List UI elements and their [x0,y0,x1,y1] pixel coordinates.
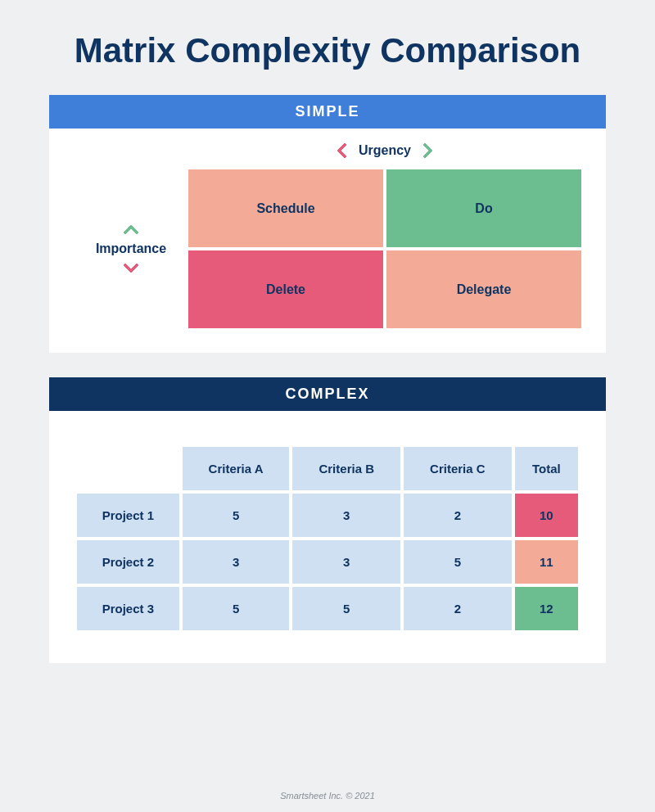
quadrant-do: Do [386,169,581,247]
row-label: Project 1 [77,494,179,537]
col-criteria-c: Criteria C [404,447,512,490]
cell-total: 10 [515,494,578,537]
cell-total: 11 [515,540,578,584]
row-label: Project 2 [77,540,179,584]
simple-panel: SIMPLE Urgency Importance Schedule Do De… [49,95,606,353]
cell-value: 5 [404,540,512,584]
quadrant-delegate: Delegate [386,250,581,328]
urgency-label: Urgency [359,143,411,158]
cell-value: 3 [183,540,290,584]
importance-axis: Importance [74,169,188,328]
quadrant-delete: Delete [188,250,383,328]
complex-table: Criteria A Criteria B Criteria C Total P… [74,444,581,634]
col-criteria-b: Criteria B [292,447,400,490]
cell-value: 5 [292,587,400,630]
cell-value: 3 [292,540,400,584]
quadrant-schedule: Schedule [188,169,383,247]
cell-value: 2 [404,494,512,537]
table-row: Project 1 5 3 2 10 [77,494,578,537]
chevron-up-icon [123,224,139,241]
importance-label: Importance [96,241,166,256]
cell-value: 2 [404,587,512,630]
cell-value: 5 [183,587,290,630]
complex-panel: COMPLEX Criteria A Criteria B Criteria C… [49,377,606,663]
row-label: Project 3 [77,587,179,630]
cell-value: 5 [183,494,290,537]
col-criteria-a: Criteria A [183,447,290,490]
table-header-blank [77,447,179,490]
chevron-down-icon [123,257,139,273]
table-header-row: Criteria A Criteria B Criteria C Total [77,447,578,490]
footer-credit: Smartsheet Inc. © 2021 [0,791,655,801]
complex-header: COMPLEX [49,377,606,411]
col-total: Total [515,447,578,490]
table-row: Project 2 3 3 5 11 [77,540,578,584]
page-title: Matrix Complexity Comparison [0,0,655,95]
cell-total: 12 [515,587,578,630]
urgency-axis: Urgency [188,143,581,158]
chevron-right-icon [417,142,433,159]
chevron-left-icon [337,142,353,159]
table-row: Project 3 5 5 2 12 [77,587,578,630]
simple-header: SIMPLE [49,95,606,129]
cell-value: 3 [292,494,400,537]
quadrant-grid: Schedule Do Delete Delegate [188,169,581,328]
